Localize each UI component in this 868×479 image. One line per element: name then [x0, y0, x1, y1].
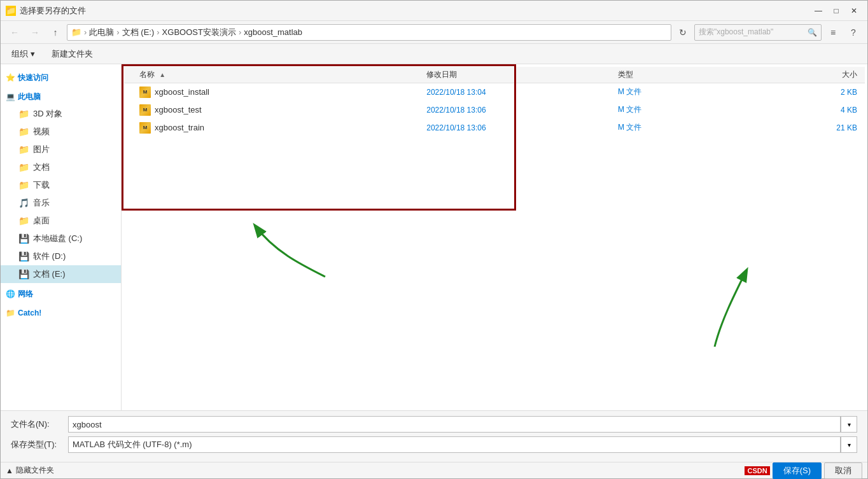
- folder-icon: 📁: [18, 109, 29, 119]
- address-path1: 此电脑: [89, 27, 114, 38]
- video-icon: 📁: [18, 127, 29, 137]
- hide-folders-label: 隐藏文件夹: [16, 465, 54, 476]
- forward-button[interactable]: →: [26, 24, 44, 41]
- sidebar-item-c-drive[interactable]: 💾 本地磁盘 (C:): [1, 230, 121, 247]
- pictures-icon: 📁: [18, 144, 29, 155]
- filetype-label: 保存类型(T):: [11, 439, 68, 450]
- this-pc-label: 此电脑: [18, 92, 41, 102]
- address-path4: xgboost_matlab: [244, 27, 302, 37]
- help-button[interactable]: ?: [844, 24, 862, 41]
- sidebar-item-c-drive-label: 本地磁盘 (C:): [33, 233, 82, 244]
- cancel-button[interactable]: 取消: [824, 462, 862, 479]
- new-folder-button[interactable]: 新建文件夹: [46, 46, 99, 62]
- table-row[interactable]: M xgboost_train 2022/10/18 13:06 M 文件 21…: [124, 119, 865, 137]
- file-type: M 文件: [618, 87, 762, 97]
- sidebar-item-pictures[interactable]: 📁 图片: [1, 141, 121, 158]
- filename-row: 文件名(N): ▾: [11, 416, 857, 433]
- desktop-icon: 📁: [18, 216, 29, 226]
- file-name: xgboost_train: [155, 123, 204, 132]
- csdn-label: CSDN: [745, 466, 769, 475]
- organize-button[interactable]: 组织 ▾: [6, 46, 41, 62]
- filetype-input[interactable]: [68, 436, 841, 453]
- file-icon: M: [139, 87, 151, 98]
- quick-access-section: ⭐ 快速访问: [1, 69, 121, 86]
- title-bar: 📁 选择要另存的文件 — □ ✕: [1, 1, 867, 21]
- d-drive-icon: 💾: [18, 251, 29, 261]
- filename-dropdown[interactable]: ▾: [841, 416, 857, 433]
- col-name-header[interactable]: 名称 ▲: [127, 69, 426, 80]
- filetype-row: 保存类型(T): ▾: [11, 436, 857, 453]
- e-drive-icon: 💾: [18, 269, 29, 279]
- network-label: 网络: [18, 289, 33, 300]
- up-button[interactable]: ↑: [46, 24, 64, 41]
- catch-header[interactable]: 📁 Catch!: [1, 305, 121, 321]
- sidebar-item-3d-label: 3D 对象: [33, 108, 62, 120]
- table-row[interactable]: M xgboost_install 2022/10/18 13:04 M 文件 …: [124, 83, 865, 101]
- sidebar-item-pictures-label: 图片: [33, 144, 50, 155]
- sidebar-item-e-drive-label: 文档 (E:): [33, 268, 66, 280]
- file-date: 2022/10/18 13:06: [426, 123, 618, 132]
- sidebar: ⭐ 快速访问 💻 此电脑 📁 3D 对象 📁 视频: [1, 64, 122, 410]
- col-type-header[interactable]: 类型: [618, 69, 762, 80]
- window-icon: 📁: [6, 6, 16, 16]
- status-right: CSDN 保存(S) 取消: [745, 462, 862, 479]
- sidebar-item-music-label: 音乐: [33, 197, 50, 209]
- quick-access-icon: ⭐: [6, 73, 15, 82]
- sort-arrow-name: ▲: [159, 71, 165, 78]
- col-size-header[interactable]: 大小: [762, 69, 862, 80]
- save-button[interactable]: 保存(S): [773, 462, 822, 479]
- dialog-window: 📁 选择要另存的文件 — □ ✕ ← → ↑ 📁 › 此电脑 › 文档 (E:)…: [0, 0, 868, 479]
- view-button[interactable]: ≡: [824, 24, 842, 41]
- col-date-header[interactable]: 修改日期: [426, 69, 618, 80]
- address-bar[interactable]: 📁 › 此电脑 › 文档 (E:) › XGBOOST安装演示 › xgboos…: [67, 24, 671, 41]
- sidebar-item-music[interactable]: 🎵 音乐: [1, 194, 121, 212]
- filename-input[interactable]: [68, 416, 841, 433]
- sidebar-item-d-drive-label: 软件 (D:): [33, 251, 66, 262]
- quick-access-header[interactable]: ⭐ 快速访问: [1, 69, 121, 86]
- sidebar-item-video[interactable]: 📁 视频: [1, 123, 121, 141]
- file-pane: 名称 ▲ 修改日期 类型 大小 M xgboost_install: [122, 64, 867, 410]
- file-name: xgboost_install: [155, 87, 209, 97]
- file-list-header: 名称 ▲ 修改日期 类型 大小: [124, 67, 865, 83]
- sidebar-item-documents[interactable]: 📁 文档: [1, 158, 121, 176]
- this-pc-icon: 💻: [6, 92, 15, 101]
- bottom-area: 文件名(N): ▾ 保存类型(T): ▾: [1, 410, 867, 462]
- address-path2: 文档 (E:): [122, 27, 155, 38]
- maximize-button[interactable]: □: [828, 4, 844, 17]
- navigation-toolbar: ← → ↑ 📁 › 此电脑 › 文档 (E:) › XGBOOST安装演示 › …: [1, 21, 867, 44]
- search-bar[interactable]: 搜索"xgboost_matlab" 🔍: [694, 24, 822, 41]
- network-section: 🌐 网络: [1, 286, 121, 302]
- quick-access-label: 快速访问: [18, 73, 48, 83]
- downloads-icon: 📁: [18, 180, 29, 190]
- documents-icon: 📁: [18, 162, 29, 172]
- sidebar-item-desktop[interactable]: 📁 桌面: [1, 212, 121, 230]
- sidebar-item-e-drive[interactable]: 💾 文档 (E:): [1, 265, 121, 283]
- table-row[interactable]: M xgboost_test 2022/10/18 13:06 M 文件 4 K…: [124, 101, 865, 119]
- sidebar-item-documents-label: 文档: [33, 162, 50, 173]
- file-date: 2022/10/18 13:04: [426, 88, 618, 97]
- catch-icon: 📁: [6, 309, 15, 317]
- close-button[interactable]: ✕: [846, 4, 862, 17]
- sidebar-item-downloads[interactable]: 📁 下载: [1, 176, 121, 194]
- refresh-button[interactable]: ↻: [674, 24, 692, 41]
- minimize-button[interactable]: —: [810, 4, 827, 17]
- filetype-dropdown[interactable]: ▾: [841, 436, 857, 453]
- this-pc-section: 💻 此电脑 📁 3D 对象 📁 视频 📁 图片 📁 文档: [1, 88, 121, 283]
- file-icon: M: [139, 122, 151, 134]
- sidebar-item-desktop-label: 桌面: [33, 215, 50, 226]
- sidebar-item-d-drive[interactable]: 💾 软件 (D:): [1, 247, 121, 265]
- window-controls: — □ ✕: [810, 4, 862, 17]
- network-header[interactable]: 🌐 网络: [1, 286, 121, 302]
- organize-toolbar: 组织 ▾ 新建文件夹: [1, 44, 867, 64]
- file-size: 2 KB: [762, 88, 862, 97]
- file-list: M xgboost_install 2022/10/18 13:04 M 文件 …: [124, 83, 865, 408]
- search-placeholder: 搜索"xgboost_matlab": [699, 27, 773, 38]
- sidebar-item-video-label: 视频: [33, 126, 50, 137]
- catch-label: Catch!: [18, 309, 41, 317]
- music-icon: 🎵: [18, 198, 29, 208]
- this-pc-header[interactable]: 💻 此电脑: [1, 88, 121, 105]
- sidebar-item-downloads-label: 下载: [33, 179, 50, 191]
- back-button[interactable]: ←: [6, 24, 24, 41]
- filename-label: 文件名(N):: [11, 419, 68, 430]
- sidebar-item-3d[interactable]: 📁 3D 对象: [1, 105, 121, 123]
